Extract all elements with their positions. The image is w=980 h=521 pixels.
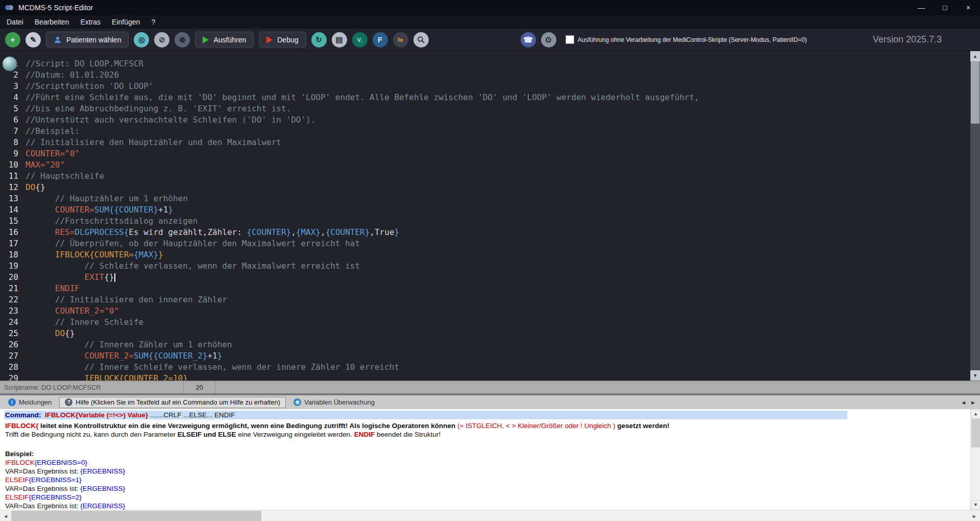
code-text: IFBLOCK{COUNTER={MAX}} [18, 249, 163, 260]
version-label: Version 2025.7.3 [873, 34, 942, 45]
code-line-26[interactable]: 26 // Inneren Zähler um 1 erhöhen [0, 339, 980, 350]
line-number: 21 [0, 283, 18, 294]
v-logo-icon[interactable]: V. [352, 32, 368, 48]
code-line-28[interactable]: 28 // Innere Schleife verlassen, wenn de… [0, 362, 980, 373]
line-number: 19 [0, 260, 18, 272]
code-line-7[interactable]: 7//Beispiel: [0, 126, 980, 137]
help-scrollbar-thumb[interactable] [971, 419, 980, 447]
close-button[interactable]: × [957, 0, 980, 15]
tabs-scroll-left-button[interactable]: ◄ [961, 399, 966, 406]
code-line-19[interactable]: 19 // Schleife verlassen, wenn der Maxim… [0, 260, 980, 272]
code-line-14[interactable]: 14 COUNTER=SUM{{COUNTER}+1} [0, 204, 980, 216]
code-text: EXIT{} [18, 272, 115, 283]
code-line-23[interactable]: 23 COUNTER_2="0" [0, 305, 980, 317]
tab-variablen-ueberwachung-icon: ⊚ [293, 398, 301, 406]
editor-scroll-up-button[interactable]: ▲ [970, 51, 980, 61]
horizontal-scrollbar[interactable]: ◄ ► [0, 510, 980, 521]
titlebar: MCDMS-5 Script-Editor — □ × [0, 0, 980, 15]
contact-icon[interactable]: ☎ [521, 32, 536, 48]
scriptname-field: Scriptname: DO LOOP.MCFSCR [0, 381, 184, 393]
help-line: VAR=Das Ergebniss ist: {ERGEBNISS} [5, 502, 980, 510]
code-text: // Überprüfen, ob der Hauptzähler den Ma… [18, 238, 360, 249]
debug-button[interactable]: Debug [259, 32, 306, 48]
code-line-24[interactable]: 24 // Innere Schleife [0, 317, 980, 328]
code-line-13[interactable]: 13 // Hauptzähler um 1 erhöhen [0, 193, 980, 204]
refresh-icon[interactable]: ↻ [311, 32, 327, 48]
line-number: 24 [0, 317, 18, 328]
select-patient-button[interactable]: Patienten wählen [46, 32, 129, 48]
device-icon[interactable]: ▤ [332, 32, 347, 48]
horizontal-scrollbar-thumb[interactable] [11, 511, 261, 521]
code-line-15[interactable]: 15 //Fortschrittsdialog anzeigen [0, 216, 980, 227]
new-script-icon[interactable]: + [5, 32, 20, 48]
code-line-16[interactable]: 16 RES=DLGPROCESS{Es wird gezählt,Zähler… [0, 227, 980, 238]
code-line-22[interactable]: 22 // Initialisiere den inneren Zähler [0, 294, 980, 305]
code-text: //Fortschrittsdialog anzeigen [18, 216, 198, 227]
fo-logo-icon[interactable]: fo [393, 32, 408, 48]
minimize-button[interactable]: — [910, 0, 933, 15]
menu-item-datei[interactable]: Datei [1, 15, 29, 29]
hscroll-left-button[interactable]: ◄ [0, 510, 11, 521]
code-line-25[interactable]: 25 DO{} [0, 328, 980, 339]
code-line-6[interactable]: 6//Unterstützt auch verschachtelte Schle… [0, 114, 980, 126]
menu-item-extras[interactable]: Extras [75, 15, 106, 29]
maximize-button[interactable]: □ [933, 0, 957, 15]
code-line-21[interactable]: 21 ENDIF [0, 283, 980, 294]
code-line-2[interactable]: 2//Datum: 01.01.2026 [0, 69, 980, 81]
tab-variablen-ueberwachung[interactable]: ⊚Variablen Überwachung [288, 397, 380, 408]
line-number: 15 [0, 216, 18, 227]
menu-item-bearbeiten[interactable]: Bearbeiten [29, 15, 75, 29]
editor-scroll-down-button[interactable]: ▼ [970, 370, 980, 381]
stop-icon[interactable]: ⊗ [175, 32, 190, 48]
line-number: 17 [0, 238, 18, 249]
webcam-icon[interactable]: ⊙ [541, 32, 556, 48]
code-line-18[interactable]: 18 IFBLOCK{COUNTER={MAX}} [0, 249, 980, 260]
pause-icon[interactable]: ⊘ [154, 32, 169, 48]
menu-item-help-4[interactable]: ? [145, 15, 161, 29]
app-icon [4, 3, 14, 13]
f-logo-icon[interactable]: F [373, 32, 388, 48]
code-line-5[interactable]: 5//bis eine Abbruchbedingung z. B. 'EXIT… [0, 103, 980, 114]
help-command-line: Command: IFBLOCK{Variable (=!<>) Value} … [4, 411, 847, 419]
help-scrollbar[interactable]: ▲ ▼ [970, 409, 980, 510]
code-text: // Innere Schleife [18, 317, 143, 328]
editor-scrollbar-thumb[interactable] [971, 61, 979, 124]
code-text: //Scriptfunktion 'DO LOOP' [18, 81, 153, 92]
code-line-3[interactable]: 3//Scriptfunktion 'DO LOOP' [0, 81, 980, 92]
line-number: 11 [0, 171, 18, 182]
menu-item-einfgen[interactable]: Einfügen [106, 15, 145, 29]
code-line-10[interactable]: 10MAX="20" [0, 159, 980, 171]
help-line: Beispiel: [5, 449, 980, 458]
hscroll-right-button[interactable]: ► [969, 510, 980, 521]
server-mode-checkbox[interactable] [566, 35, 574, 44]
code-line-1[interactable]: 1//Script: DO LOOP.MCFSCR [0, 58, 980, 69]
cursor-line-field: 20 [184, 381, 215, 393]
editor-scrollbar[interactable]: ▲ ▼ [970, 51, 980, 381]
view-icon[interactable]: ◎ [134, 32, 149, 48]
edit-script-icon[interactable]: ✎ [26, 32, 41, 48]
window-controls: — □ × [910, 0, 980, 15]
code-line-8[interactable]: 8// Initialisiere den Hauptzähler und de… [0, 137, 980, 148]
line-number: 22 [0, 294, 18, 305]
tab-meldungen[interactable]: iMeldungen [3, 397, 57, 408]
code-line-12[interactable]: 12DO{} [0, 182, 980, 193]
help-scroll-up-button[interactable]: ▲ [971, 409, 980, 419]
statusbar: Scriptname: DO LOOP.MCFSCR 20 [0, 381, 980, 393]
code-line-9[interactable]: 9COUNTER="0" [0, 148, 980, 159]
help-scroll-down-button[interactable]: ▼ [971, 500, 980, 510]
search-icon[interactable] [413, 32, 429, 48]
tab-hilfe[interactable]: ?Hilfe (Klicken Sie im Textfeld auf ein … [59, 397, 286, 408]
code-line-11[interactable]: 11// Hauptschleife [0, 171, 980, 182]
server-mode-option[interactable]: Ausführung ohne Verarbeitung der MediCon… [566, 35, 807, 44]
code-text: // Initialisiere den Hauptzähler und den… [18, 137, 281, 148]
line-number: 29 [0, 373, 18, 381]
tabs-scroll-right-button[interactable]: ► [970, 399, 976, 406]
code-line-4[interactable]: 4//Führt eine Schleife aus, die mit 'DO'… [0, 92, 980, 103]
code-editor[interactable]: 1//Script: DO LOOP.MCFSCR2//Datum: 01.01… [0, 51, 980, 381]
code-line-20[interactable]: 20 EXIT{} [0, 272, 980, 283]
code-line-29[interactable]: 29 IFBLOCK{COUNTER_2=10} [0, 373, 980, 381]
code-line-27[interactable]: 27 COUNTER_2=SUM{{COUNTER_2}+1} [0, 350, 980, 362]
line-number: 9 [0, 148, 18, 159]
run-button[interactable]: Ausführen [195, 32, 254, 48]
code-line-17[interactable]: 17 // Überprüfen, ob der Hauptzähler den… [0, 238, 980, 249]
